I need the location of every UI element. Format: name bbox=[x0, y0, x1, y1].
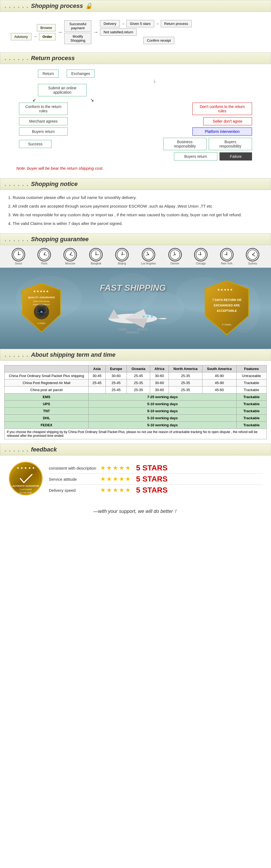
return-process-content: Return Exchanges ↓ Submit an online appl… bbox=[0, 64, 271, 178]
cell-features: Trackable bbox=[236, 408, 266, 415]
lock-icon: 🔒 bbox=[85, 2, 92, 9]
clocks-row: Seoul Paris Mosc bbox=[0, 245, 271, 268]
svg-point-57 bbox=[146, 315, 149, 317]
advisory-box: Advisory bbox=[11, 33, 31, 40]
stars-2: ★ ★ ★ ★ ★ bbox=[100, 475, 131, 483]
cell-south-america: 45-60 bbox=[202, 386, 236, 394]
successful-payment-box: Successful payment bbox=[64, 20, 91, 32]
method-label: UPS bbox=[5, 401, 89, 408]
svg-point-31 bbox=[200, 254, 201, 255]
svg-point-39 bbox=[252, 254, 253, 255]
shopping-process-title: Shopping process bbox=[31, 2, 83, 9]
cell-asia: 30-45 bbox=[89, 372, 105, 379]
stars-1: ★ ★ ★ ★ ★ bbox=[100, 464, 131, 471]
clock-denver: Denver bbox=[168, 248, 182, 265]
dots-decoration3: . . . . . . bbox=[5, 181, 29, 188]
business-responsibility-box: Business responsibility bbox=[163, 138, 207, 150]
shipping-table: Asia Europe Oceania Africa North America… bbox=[4, 365, 267, 439]
col-header-oceania: Oceania bbox=[127, 365, 150, 372]
col-header-asia: Asia bbox=[89, 365, 105, 372]
cell-europe: 25-45 bbox=[105, 379, 127, 386]
dots-decoration4: . . . . . . bbox=[5, 236, 29, 243]
fast-shipping-text: FAST SHIPPING bbox=[100, 283, 166, 293]
clock-paris: Paris bbox=[37, 248, 51, 265]
cell-oceania: 25-35 bbox=[127, 386, 150, 394]
stars-count-3: 5 STARS bbox=[136, 486, 167, 495]
clock-seoul: Seoul bbox=[12, 248, 25, 265]
method-label: DHL bbox=[5, 415, 89, 422]
return-process-title: Return process bbox=[31, 55, 75, 62]
return-note: Note: buyer will be bear the return ship… bbox=[11, 164, 260, 173]
feedback-row-3: Delivery speed ★ ★ ★ ★ ★ 5 STARS bbox=[49, 486, 263, 495]
svg-point-7 bbox=[44, 254, 45, 255]
clock-bangkok: Bangkok bbox=[89, 248, 103, 265]
merchant-agrees-box: Merchant agrees bbox=[19, 117, 68, 125]
buyers-return-right-box: Buyers return bbox=[174, 152, 217, 160]
table-row: EMS 7-25 working days Trackable bbox=[5, 394, 267, 401]
method-label: China Post Ordinary Small Packet Plus sh… bbox=[5, 372, 89, 379]
feedback-label-2: Service attitude bbox=[49, 477, 98, 482]
clock-beijing: Beijing bbox=[115, 248, 129, 265]
feedback-title: feedback bbox=[31, 446, 57, 453]
exchanges-box: Exchanges bbox=[67, 69, 94, 78]
notice-item-2: 2. All credit cards are accepted through… bbox=[8, 203, 263, 210]
method-label: FEDEX bbox=[5, 422, 89, 429]
cell-features: Trackable bbox=[236, 394, 266, 401]
svg-point-15 bbox=[96, 254, 97, 255]
order-box: Order bbox=[39, 33, 56, 40]
failure-box: Failure bbox=[219, 152, 252, 160]
method-label: TNT bbox=[5, 408, 89, 415]
cell-features: Trackable bbox=[236, 386, 266, 394]
cell-features: Trackable bbox=[236, 401, 266, 408]
svg-point-23 bbox=[148, 254, 149, 255]
arrow1: → bbox=[33, 34, 37, 39]
feedback-label-1: consistent with description bbox=[49, 466, 98, 470]
return-process-header: . . . . . . Return process bbox=[0, 52, 271, 64]
arrow4: → bbox=[121, 21, 125, 26]
shipping-term-content: Asia Europe Oceania Africa North America… bbox=[0, 361, 271, 444]
cell-south-america: 45-90 bbox=[202, 372, 236, 379]
svg-text:100% PHYSICAL: 100% PHYSICAL bbox=[33, 300, 50, 303]
cell-south-america: 45-90 bbox=[202, 379, 236, 386]
svg-point-58 bbox=[151, 316, 153, 318]
cell-asia: 5-10 working days bbox=[89, 415, 237, 422]
delivery-box: Delivery bbox=[100, 20, 120, 27]
feedback-label-3: Delivery speed bbox=[49, 488, 98, 493]
svg-text:AUTHENTIC GUARANTEE: AUTHENTIC GUARANTEE bbox=[12, 485, 39, 487]
svg-text:✦ KNEEL: ✦ KNEEL bbox=[37, 322, 46, 324]
table-row: TNT 5-10 working days Trackable bbox=[5, 408, 267, 415]
fast-shipping-area: FAST SHIPPING bbox=[92, 283, 173, 334]
modify-shopping-box: Modify Shopping bbox=[64, 33, 91, 44]
bottom-text: —with your support, we will do better！ bbox=[8, 505, 263, 515]
clock-sydney: Sydney bbox=[246, 248, 259, 265]
given-5-stars-box: Return process bbox=[161, 20, 192, 27]
dots-decoration2: . . . . . . bbox=[5, 55, 29, 62]
notice-item-3: 3. We do not responsible for any custom … bbox=[8, 212, 263, 218]
svg-point-19 bbox=[121, 254, 123, 255]
shopping-process-header: . . . . . . Shopping process 🔒 bbox=[0, 0, 271, 12]
shopping-notice-title: Shopping notice bbox=[31, 181, 78, 188]
cell-north-america: 25-35 bbox=[169, 379, 202, 386]
svg-text:CUSTOMER: CUSTOMER bbox=[20, 488, 32, 491]
cell-oceania: 25-45 bbox=[127, 372, 150, 379]
col-header-africa: Africa bbox=[150, 365, 169, 372]
notice-item-1: 1. Russia customer please offer us your … bbox=[8, 194, 263, 201]
dots-decoration6: . . . . . . bbox=[5, 446, 29, 453]
cell-africa: 30-60 bbox=[150, 372, 169, 379]
table-row: UPS 5-10 working days Trackable bbox=[5, 401, 267, 408]
shopping-guarantee-content: Seoul Paris Mosc bbox=[0, 245, 271, 349]
stars-3: ★ ★ ★ ★ ★ bbox=[100, 487, 131, 494]
shipping-term-title: About shipping term and time bbox=[31, 351, 115, 358]
svg-text:7 DAYS RETURN OR: 7 DAYS RETURN OR bbox=[212, 298, 241, 302]
method-label: China Post Registered Air Mail bbox=[5, 379, 89, 386]
cell-asia: 7-25 working days bbox=[89, 394, 237, 401]
conform-box: Conform to the return rules bbox=[19, 102, 68, 115]
svg-point-49 bbox=[40, 311, 43, 313]
cell-europe: 30-60 bbox=[105, 372, 127, 379]
svg-point-35 bbox=[226, 254, 227, 255]
shopping-notice-header: . . . . . . Shopping notice bbox=[0, 178, 271, 190]
svg-text:EXCHANGED ARE: EXCHANGED ARE bbox=[214, 304, 240, 307]
browse-box: Browse bbox=[37, 24, 56, 31]
col-header-north-america: North America bbox=[169, 365, 202, 372]
cell-asia: 5-10 working days bbox=[89, 422, 237, 429]
